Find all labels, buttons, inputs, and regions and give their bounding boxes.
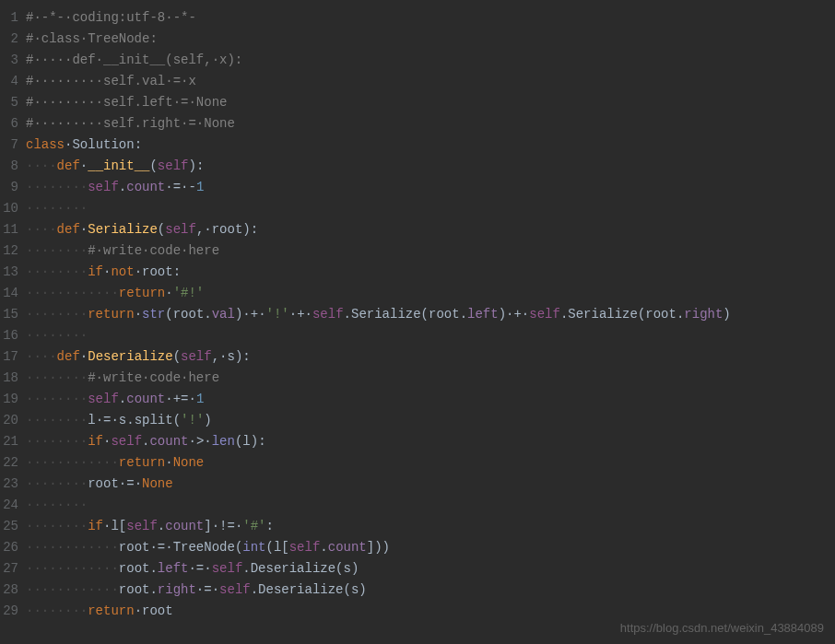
token-selfp: self xyxy=(126,519,158,533)
token-op: . xyxy=(204,307,211,322)
code-content[interactable]: ············return·'#!' xyxy=(26,283,835,304)
token-op: , xyxy=(212,349,219,364)
code-line[interactable]: 24········ xyxy=(0,495,835,516)
code-content[interactable]: ············root.left·=·self.Deserialize… xyxy=(26,558,835,580)
token-op: = xyxy=(196,561,204,576)
code-content[interactable]: ············root·=·TreeNode(int(l[self.c… xyxy=(26,537,835,558)
code-line[interactable]: 7class·Solution: xyxy=(0,135,835,156)
token-op: ) xyxy=(188,158,195,173)
code-line[interactable]: 13········if·not·root: xyxy=(0,262,835,283)
code-line[interactable]: 19········self.count·+=·1 xyxy=(0,389,835,410)
token-default: · xyxy=(165,180,172,194)
token-op: : xyxy=(173,264,181,279)
code-line[interactable]: 3#·····def·__init__(self,·x): xyxy=(0,50,835,71)
code-content[interactable]: ········if·self.count·>·len(l): xyxy=(26,431,835,452)
code-line[interactable]: 27············root.left·=·self.Deseriali… xyxy=(0,558,835,580)
code-content[interactable]: ····def·Serialize(self,·root): xyxy=(26,219,835,240)
code-line[interactable]: 8····def·__init__(self): xyxy=(0,156,835,177)
token-selfp: self xyxy=(219,582,251,597)
code-line[interactable]: 6#·········self.right·=·None xyxy=(0,113,835,135)
token-default: · xyxy=(135,264,142,279)
token-default: · xyxy=(204,434,211,449)
code-content[interactable]: ········self.count·+=·1 xyxy=(26,389,835,410)
line-number: 22 xyxy=(0,452,26,474)
code-line[interactable]: 23········root·=·None xyxy=(0,474,835,495)
code-line[interactable]: 11····def·Serialize(self,·root): xyxy=(0,219,835,240)
token-op: ) xyxy=(382,540,390,555)
code-line[interactable]: 4#·········self.val·=·x xyxy=(0,71,835,92)
code-line[interactable]: 18········#·write·code·here xyxy=(0,368,835,389)
code-content[interactable]: ········if·l[self.count]·!=·'#': xyxy=(26,516,835,537)
token-dots: ········ xyxy=(26,180,88,194)
token-dots: ········ xyxy=(26,243,88,258)
line-number: 7 xyxy=(0,135,26,156)
token-default: · xyxy=(80,158,88,173)
code-content[interactable]: #·····def·__init__(self,·x): xyxy=(26,50,835,71)
code-editor[interactable]: 1#·-*-·coding:utf-8·-*-2#·class·TreeNode… xyxy=(0,7,835,622)
code-content[interactable]: #·········self.val·=·x xyxy=(26,71,835,92)
token-default: · xyxy=(188,392,195,406)
token-default: l xyxy=(88,413,95,427)
code-line[interactable]: 14············return·'#!' xyxy=(0,283,835,304)
code-line[interactable]: 10········ xyxy=(0,198,835,219)
code-line[interactable]: 2#·class·TreeNode: xyxy=(0,29,835,50)
token-default: root xyxy=(119,540,150,555)
token-default: · xyxy=(188,434,195,449)
code-line[interactable]: 15········return·str(root.val)·+·'!'·+·s… xyxy=(0,304,835,325)
code-line[interactable]: 25········if·l[self.count]·!=·'#': xyxy=(0,516,835,537)
code-line[interactable]: 20········l·=·s.split('!') xyxy=(0,410,835,431)
code-content[interactable]: ········return·str(root.val)·+·'!'·+·sel… xyxy=(26,304,835,325)
token-op: : xyxy=(266,519,274,533)
code-content[interactable]: #·class·TreeNode: xyxy=(26,29,835,50)
code-line[interactable]: 28············root.right·=·self.Deserial… xyxy=(0,580,835,601)
token-default: Deserialize xyxy=(258,582,343,597)
code-content[interactable]: ········#·write·code·here xyxy=(26,240,835,262)
token-dots: ········ xyxy=(26,370,88,385)
code-line[interactable]: 21········if·self.count·>·len(l): xyxy=(0,431,835,452)
code-content[interactable]: ············root.right·=·self.Deserializ… xyxy=(26,580,835,601)
code-content[interactable]: #·········self.left·=·None xyxy=(26,92,835,113)
code-line[interactable]: 22············return·None xyxy=(0,452,835,474)
code-line[interactable]: 16········ xyxy=(0,325,835,346)
token-default: · xyxy=(204,222,211,237)
code-content[interactable]: ····def·__init__(self): xyxy=(26,156,835,177)
code-content[interactable]: ········self.count·=·-1 xyxy=(26,177,835,198)
code-content[interactable]: ········ xyxy=(26,198,835,219)
token-op: ( xyxy=(344,582,351,597)
code-content[interactable]: #·········self.right·=·None xyxy=(26,113,835,135)
code-line[interactable]: 1#·-*-·coding:utf-8·-*- xyxy=(0,7,835,29)
code-content[interactable]: ········if·not·root: xyxy=(26,262,835,283)
code-line[interactable]: 12········#·write·code·here xyxy=(0,240,835,262)
token-op: ( xyxy=(165,307,172,322)
code-content[interactable]: ············return·None xyxy=(26,452,835,474)
token-op: . xyxy=(119,392,126,406)
code-content[interactable]: ········l·=·s.split('!') xyxy=(26,410,835,431)
line-number: 15 xyxy=(0,304,26,325)
code-content[interactable]: ····def·Deserialize(self,·s): xyxy=(26,346,835,368)
code-line[interactable]: 5#·········self.left·=·None xyxy=(0,92,835,113)
token-op: : xyxy=(258,434,265,449)
code-content[interactable]: ········ xyxy=(26,325,835,346)
token-default: Serialize xyxy=(351,307,421,322)
code-line[interactable]: 9········self.count·=·-1 xyxy=(0,177,835,198)
token-default: · xyxy=(80,222,88,237)
code-content[interactable]: #·-*-·coding:utf-8·-*- xyxy=(26,7,835,29)
code-content[interactable]: class·Solution: xyxy=(26,135,835,156)
token-comment: #·write·code·here xyxy=(88,370,219,385)
token-op: = xyxy=(173,180,181,194)
token-op: . xyxy=(320,540,327,555)
token-default: l xyxy=(111,519,118,533)
token-op: . xyxy=(149,561,157,576)
code-content[interactable]: ········#·write·code·here xyxy=(26,368,835,389)
code-content[interactable]: ········ xyxy=(26,495,835,516)
token-default: root xyxy=(429,307,460,322)
token-default: root xyxy=(142,264,173,279)
token-keyword: def xyxy=(57,222,80,237)
code-content[interactable]: ········root·=·None xyxy=(26,474,835,495)
token-builtin: int xyxy=(242,540,265,555)
code-line[interactable]: 26············root·=·TreeNode(int(l[self… xyxy=(0,537,835,558)
token-default: · xyxy=(165,286,172,300)
token-default: · xyxy=(212,519,219,533)
code-line[interactable]: 17····def·Deserialize(self,·s): xyxy=(0,346,835,368)
token-dots: ········ xyxy=(26,264,88,279)
